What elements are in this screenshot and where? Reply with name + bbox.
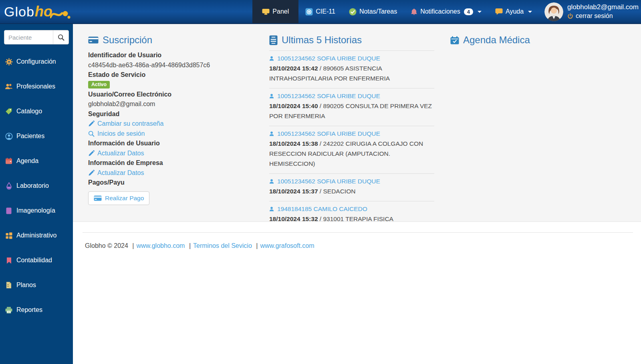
login-history-link[interactable]: Inicios de sesión: [88, 129, 253, 139]
pencil-icon: [88, 121, 95, 127]
file-icon: [5, 282, 13, 289]
patient-search-group: [4, 30, 69, 44]
credit-card-icon: [94, 195, 102, 201]
person-icon: [269, 207, 274, 211]
notifications-count-badge: 4: [464, 8, 473, 15]
search-icon: [88, 131, 95, 137]
patient-search-button[interactable]: [53, 30, 69, 44]
grid-icon: [5, 232, 13, 239]
patient-link[interactable]: 10051234562 SOFIA URIBE DUQUE: [269, 130, 434, 137]
sidebar-item-catalogo[interactable]: Catalogo: [0, 99, 73, 124]
sidebar-item-laboratorio[interactable]: Laboratorio: [0, 173, 73, 198]
status-badge: Activo: [88, 81, 110, 88]
nav-item-cie11[interactable]: CIE-11: [298, 0, 342, 23]
check-circle-icon: [349, 8, 357, 16]
sidebar-menu: Configuración Profesionales: [0, 49, 73, 322]
patient-link[interactable]: 10051234562 SOFIA URIBE DUQUE: [269, 93, 434, 100]
nav-item-notificaciones[interactable]: Notificaciones 4: [404, 0, 488, 23]
footer-link-terms[interactable]: Terminos del Sevicio: [193, 242, 252, 249]
logo[interactable]: Globho: [0, 0, 77, 23]
patient-link[interactable]: 10051234562 SOFIA URIBE DUQUE: [269, 178, 434, 185]
history-item: 10051234562 SOFIA URIBE DUQUE 18/10/2024…: [269, 88, 434, 126]
history-detail: 18/10/2024 15:37 / SEDACION: [269, 186, 434, 196]
history-detail: 18/10/2024 15:42 / 890605 ASISTENCIA INT…: [269, 63, 434, 83]
panel-monitor-icon: [262, 8, 270, 15]
person-icon: [269, 131, 274, 136]
footer-link-grafosoft[interactable]: www.grafosoft.com: [260, 242, 314, 249]
footer: Globho © 2024 |www.globho.com |Terminos …: [73, 222, 641, 364]
medical-agenda-section: Agenda Médica: [450, 34, 641, 229]
top-navbar: Globho Panel: [0, 0, 641, 24]
dashboard-panel: Suscripción Identificador de Usuario c48…: [73, 24, 641, 222]
sidebar-item-pacientes[interactable]: Pacientes: [0, 124, 73, 149]
histories-header: Ultimas 5 Historias: [269, 34, 434, 46]
logout-link[interactable]: cerrar sesión: [567, 12, 639, 20]
change-password-link[interactable]: Cambiar su contraseña: [88, 119, 253, 129]
calendar-icon: [5, 157, 13, 165]
sidebar-item-reportes[interactable]: Reportes: [0, 298, 73, 322]
payments-label: Pagos/Payu: [88, 178, 253, 188]
history-detail: 18/10/2024 15:38 / 242202 CIRUGIA A COLG…: [269, 139, 434, 169]
user-id-label: Identificador de Usuario: [88, 50, 253, 60]
sidebar-item-configuracion[interactable]: Configuración: [0, 49, 73, 74]
main-content: Suscripción Identificador de Usuario c48…: [73, 24, 641, 364]
sidebar-item-imagenologia[interactable]: Imagenología: [0, 198, 73, 223]
search-icon: [58, 34, 65, 41]
user-meta: globholab2@gmail.com cerrar sesión: [567, 3, 639, 20]
logo-swoosh-icon: [50, 8, 71, 20]
users-icon: [5, 83, 13, 90]
chevron-down-icon: [528, 11, 532, 13]
sidebar-item-contabilidad[interactable]: Contabilidad: [0, 248, 73, 273]
sidebar-item-profesionales[interactable]: Profesionales: [0, 74, 73, 99]
user-email: globholab2@gmail.com: [567, 3, 639, 12]
droplet-icon: [5, 182, 13, 189]
footer-text: Globho © 2024 |www.globho.com |Terminos …: [85, 242, 641, 249]
history-detail: 18/10/2024 15:40 / 890205 CONSULTA DE PR…: [269, 101, 434, 121]
sidebar-item-planos[interactable]: Planos: [0, 273, 73, 298]
nav-item-ayuda[interactable]: Ayuda: [488, 0, 539, 23]
subscription-header: Suscripción: [88, 34, 253, 46]
bookmark-icon: [5, 257, 13, 264]
calendar-check-icon: [450, 36, 459, 44]
histories-section: Ultimas 5 Historias 10051234562 SOFIA UR…: [269, 34, 434, 229]
history-item: 10051234562 SOFIA URIBE DUQUE 18/10/2024…: [269, 126, 434, 173]
footer-link-globho[interactable]: www.globho.com: [136, 242, 185, 249]
patient-icon: [5, 133, 13, 140]
person-icon: [269, 94, 274, 99]
history-item: 10051234562 SOFIA URIBE DUQUE 18/10/2024…: [269, 51, 434, 88]
service-status-label: Estado de Servicio: [88, 70, 253, 80]
email-value: globholab2@gmail.com: [88, 99, 253, 109]
nav-item-panel[interactable]: Panel: [252, 0, 298, 23]
cie11-wheel-icon: [305, 8, 313, 16]
credit-card-icon: [88, 36, 99, 44]
update-user-data-link[interactable]: Actualizar Datos: [88, 149, 253, 159]
patient-link[interactable]: 10051234562 SOFIA URIBE DUQUE: [269, 55, 434, 62]
agenda-header: Agenda Médica: [450, 34, 641, 46]
update-company-data-link[interactable]: Actualizar Datos: [88, 168, 253, 178]
printer-icon: [5, 307, 13, 314]
sidebar-item-administrativo[interactable]: Administrativo: [0, 223, 73, 248]
power-icon: [567, 13, 573, 19]
user-block: globholab2@gmail.com cerrar sesión: [539, 0, 641, 23]
patient-search-input[interactable]: [4, 30, 53, 44]
logo-text-glob: Glob: [4, 4, 34, 20]
pay-button[interactable]: Realizar Pago: [88, 191, 149, 205]
sidebar: Configuración Profesionales: [0, 24, 73, 364]
chevron-down-icon: [478, 11, 482, 13]
divider: [83, 232, 633, 233]
pencil-icon: [88, 170, 95, 176]
security-label: Seguridad: [88, 109, 253, 119]
section-title: Agenda Médica: [463, 34, 530, 46]
image-icon: [5, 207, 13, 214]
patient-link[interactable]: 1948184185 CAMILO CAICEDO: [269, 205, 434, 213]
subscription-section: Suscripción Identificador de Usuario c48…: [88, 34, 253, 229]
nav-item-notas-tareas[interactable]: Notas/Tareas: [342, 0, 404, 23]
pencil-icon: [88, 150, 95, 157]
user-info-label: Información de Usuario: [88, 139, 253, 149]
copyright-text: Globho © 2024: [85, 242, 128, 249]
help-bubble-icon: [495, 8, 503, 15]
avatar[interactable]: [544, 2, 563, 21]
sidebar-item-agenda[interactable]: Agenda: [0, 149, 73, 173]
user-id-value: c48454db-ae63-486a-a994-4869d3d857c6: [88, 60, 253, 70]
tag-icon: [5, 108, 13, 115]
